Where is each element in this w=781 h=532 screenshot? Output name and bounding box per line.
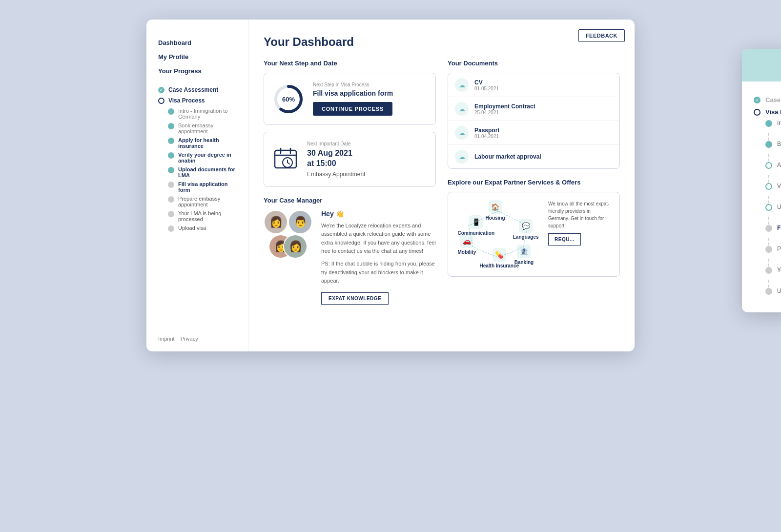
sidebar-sub-health[interactable]: Apply for health insurance — [168, 137, 239, 149]
next-step-info: Next Step in Visa Process Fill visa appl… — [313, 82, 427, 116]
mobility-icon: 🚗 — [460, 234, 473, 248]
housing-icon: 🏠 — [489, 200, 502, 214]
avatar-1: 👩 — [264, 210, 288, 234]
doc-item-employment: ☁ Employment Contract 25.04.2021 — [448, 97, 619, 121]
case-manager-title: Your Case Manager — [264, 197, 436, 204]
overlay-book-embassy[interactable]: Book embassy appointment — [765, 141, 781, 148]
overlay-lma-processed[interactable]: Your LMA is being processed — [765, 266, 781, 274]
overlay-prepare-embassy[interactable]: Prepare embassy appointment — [765, 246, 781, 253]
next-step-name: Fill visa application form — [313, 89, 427, 97]
avatar-4: 👩 — [283, 234, 308, 259]
languages-icon: 💬 — [519, 219, 533, 233]
doc-item-labour: ☁ Labour market approval — [448, 145, 619, 168]
progress-overlay: Your Progress ✓ Case Assessment Visa Pro… — [742, 49, 781, 312]
overlay-header: Your Progress — [742, 49, 781, 82]
sidebar-item-case-assessment[interactable]: ✓ Case Assessment — [158, 86, 239, 93]
service-languages[interactable]: 💬 Languages — [513, 219, 539, 240]
documents-list: ☁ CV 01.05.2021 ☁ Employment Contract 25… — [448, 73, 620, 169]
service-mobility[interactable]: 🚗 Mobility — [457, 234, 476, 255]
service-health-insurance[interactable]: 💊 Health Insurance — [479, 248, 519, 268]
avatar-2: 👨 — [288, 210, 312, 234]
progress-label: 60% — [282, 95, 295, 102]
doc-name-passport: Passport — [474, 127, 499, 134]
sidebar-sub-upload-visa[interactable]: Upload visa — [168, 225, 239, 232]
doc-item-passport: ☁ Passport 01.04.2021 — [448, 121, 619, 145]
overlay-intro[interactable]: Intro - Immigration to Germany — [765, 120, 781, 127]
banking-icon: 🏦 — [517, 245, 531, 258]
feedback-button[interactable]: FEEDBACK — [578, 29, 625, 42]
left-column: Your Next Step and Date 60% Next Step in… — [264, 60, 436, 305]
right-column: Your Documents ☁ CV 01.05.2021 ☁ Employm… — [448, 60, 620, 305]
overlay-sub-items: Intro - Immigration to Germany Book emba… — [754, 120, 781, 295]
date-sublabel: Next Important Date — [307, 141, 365, 146]
sidebar-sub-degree[interactable]: Verify your degree in anabin — [168, 152, 239, 164]
overlay-health-insurance[interactable]: Apply for health insurance — [765, 162, 781, 169]
health-icon: 💊 — [493, 248, 506, 262]
sidebar-footer: Imprint Privacy — [158, 336, 239, 342]
privacy-link[interactable]: Privacy — [181, 336, 198, 342]
overlay-case-assessment[interactable]: ✓ Case Assessment — [754, 96, 781, 103]
main-card: FEEDBACK Dashboard My Profile Your Progr… — [146, 20, 635, 351]
doc-name-employment: Employment Contract — [474, 103, 535, 110]
date-main: 30 Aug 2021 at 15:00 — [307, 148, 365, 169]
case-manager-content: 👩 👨 👩 👩 — [264, 210, 436, 305]
overlay-upload-lma[interactable]: Upload documents for LMA — [765, 204, 781, 211]
doc-icon-employment: ☁ — [455, 102, 469, 116]
progress-circle: 60% — [273, 83, 304, 115]
date-card: Next Important Date 30 Aug 2021 at 15:00… — [264, 132, 436, 187]
page-title: Your Dashboard — [264, 35, 620, 49]
sidebar-item-visa-process[interactable]: Visa Process — [158, 97, 239, 104]
visa-process-dot — [158, 98, 164, 104]
overlay-visa-process[interactable]: Visa Process — [754, 108, 781, 116]
case-manager-text1: We're the Localyze relocation experts an… — [321, 222, 436, 256]
sidebar-item-dashboard[interactable]: Dashboard — [158, 39, 239, 46]
two-col-layout: Your Next Step and Date 60% Next Step in… — [264, 60, 620, 305]
partner-diagram: 🏠 Housing 💬 Languages 🏦 Ban — [448, 192, 620, 277]
diagram-center: 🏠 Housing 💬 Languages 🏦 Ban — [456, 200, 540, 268]
doc-icon-passport: ☁ — [455, 126, 469, 140]
sidebar-sub-docs-lma[interactable]: Upload documents for LMA — [168, 166, 239, 178]
sidebar-sub-intro[interactable]: Intro - Immigration to Germany — [168, 108, 239, 120]
partner-description: We know all the most expat-friendly prov… — [548, 200, 612, 229]
overlay-body: ✓ Case Assessment Visa Process Intro - I… — [742, 82, 781, 312]
imprint-link[interactable]: Imprint — [158, 336, 175, 342]
sidebar-sub-embassy-book[interactable]: Book embassy appointment — [168, 123, 239, 134]
overlay-visa-dot — [754, 109, 760, 116]
partner-text-col: We know all the most expat-friendly prov… — [548, 200, 612, 246]
sidebar-sub-items: Intro - Immigration to Germany Book emba… — [158, 108, 239, 232]
overlay-fill-visa[interactable]: Fill visa application form — [765, 225, 781, 232]
doc-date-cv: 01.05.2021 — [474, 86, 499, 91]
overlay-verify-degree[interactable]: Verify your degree in anabin — [765, 183, 781, 190]
service-communication[interactable]: 📱 Communication — [457, 215, 494, 236]
case-manager-text2: PS: If the chat bubble is hiding from yo… — [321, 260, 436, 286]
expat-knowledge-button[interactable]: EXPAT KNOWLEDGE — [321, 292, 389, 305]
date-info: Next Important Date 30 Aug 2021 at 15:00… — [307, 141, 365, 178]
calendar-icon — [273, 146, 298, 172]
sidebar-item-profile[interactable]: My Profile — [158, 53, 239, 61]
partner-section: Explore our Expat Partner Services & Off… — [448, 179, 620, 277]
next-step-sublabel: Next Step in Visa Process — [313, 82, 427, 87]
documents-section-title: Your Documents — [448, 60, 620, 67]
case-manager-text: Hey 👋 We're the Localyze relocation expe… — [321, 210, 436, 305]
sidebar-sub-prepare-embassy[interactable]: Prepare embassy appointment — [168, 196, 239, 207]
next-step-card: 60% Next Step in Visa Process Fill visa … — [264, 73, 436, 125]
case-manager-section: Your Case Manager 👩 👨 👩 — [264, 197, 436, 305]
sidebar-sub-lma-processed[interactable]: Your LMA is being processed — [168, 210, 239, 222]
doc-item-cv: ☁ CV 01.05.2021 — [448, 73, 619, 97]
communication-icon: 📱 — [469, 215, 483, 229]
doc-icon-cv: ☁ — [455, 78, 469, 92]
case-manager-hey: Hey 👋 — [321, 210, 436, 218]
sidebar-progress-title: Your Progress — [158, 67, 239, 75]
continue-process-button[interactable]: CONTINUE PROCESS — [313, 102, 392, 116]
doc-date-employment: 25.04.2021 — [474, 110, 535, 115]
overlay-upload-visa[interactable]: Upload visa — [765, 287, 781, 295]
doc-icon-labour: ☁ — [455, 150, 469, 164]
sidebar: Dashboard My Profile Your Progress ✓ Cas… — [146, 20, 249, 351]
sidebar-sub-fill-visa[interactable]: Fill visa application form — [168, 181, 239, 193]
next-step-section-title: Your Next Step and Date — [264, 60, 436, 67]
overlay-case-check: ✓ — [754, 97, 760, 103]
request-button[interactable]: REQU... — [548, 233, 581, 246]
doc-name-cv: CV — [474, 79, 499, 86]
doc-name-labour: Labour market approval — [474, 153, 541, 160]
partner-section-title: Explore our Expat Partner Services & Off… — [448, 179, 620, 186]
